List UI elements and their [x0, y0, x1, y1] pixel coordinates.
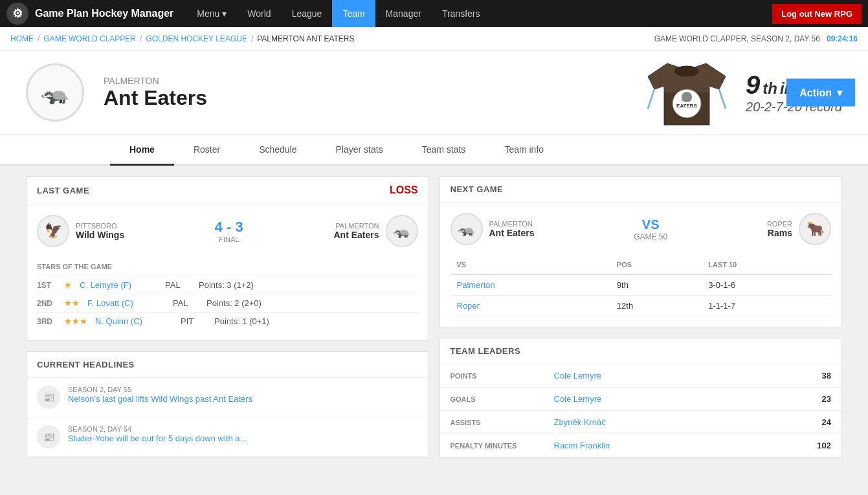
- headline-icon-1: 📰: [37, 386, 60, 409]
- headlines-header: CURRENT HEADLINES: [27, 352, 428, 378]
- last-game-title: LAST GAME: [37, 186, 89, 195]
- away-team-name: Wild Wings: [76, 230, 124, 240]
- top-navigation: ⚙ Game Plan Hockey Manager Menu ▾ World …: [0, 0, 868, 27]
- star-icon-1: ★: [64, 280, 72, 290]
- star-team-1: PAL: [165, 280, 191, 290]
- headline-item-2: 📰 SEASON 2, DAY 54 Sluder-Yohe will be o…: [27, 417, 428, 457]
- breadcrumb-bar: HOME / GAME WORLD CLAPPER / GOLDEN HOCKE…: [0, 27, 868, 50]
- tab-home[interactable]: Home: [110, 135, 174, 166]
- next-home-side: 🦡 PALMERTON Ant Eaters: [451, 213, 535, 245]
- star-team-2: PAL: [173, 298, 199, 308]
- nav-menu[interactable]: Menu ▾: [186, 0, 237, 27]
- next-game-card: NEXT GAME 🦡 PALMERTON Ant Eaters VS GAME…: [440, 176, 843, 327]
- star-name-3[interactable]: N. Quinn (C): [95, 316, 173, 326]
- headline-content-2: SEASON 2, DAY 54 Sluder-Yohe will be out…: [68, 425, 247, 445]
- star-name-2[interactable]: F. Lovatt (C): [87, 298, 165, 308]
- nav-team[interactable]: Team: [332, 0, 375, 27]
- headline-text-2[interactable]: Sluder-Yohe will be out for 5 days down …: [68, 433, 247, 445]
- col-last10: LAST 10: [702, 256, 831, 274]
- nav-transfers[interactable]: Transfers: [432, 0, 491, 27]
- star-pos-2: 2ND: [37, 299, 56, 308]
- nav-manager[interactable]: Manager: [375, 0, 432, 27]
- table-row: Roper 12th 1-1-1-7: [451, 296, 832, 316]
- vs-label: VS: [634, 217, 667, 232]
- star-row-3: 3RD ★★★ N. Quinn (C) PIT Points: 1 (0+1): [37, 312, 418, 330]
- leader-assists-player: Zbyněk Krnáč: [544, 411, 749, 434]
- team-rank-number: 9: [746, 71, 760, 100]
- headline-day-2: SEASON 2, DAY 54: [68, 425, 247, 433]
- session-info: GAME WORLD CLAPPER, SEASON 2, DAY 56 09:…: [654, 34, 858, 43]
- app-title: Game Plan Hockey Manager: [35, 8, 173, 19]
- tab-team-info[interactable]: Team info: [485, 135, 563, 166]
- breadcrumb-home[interactable]: HOME: [10, 34, 34, 43]
- star-name-1[interactable]: C. Lemyre (F): [80, 280, 157, 290]
- tab-team-stats[interactable]: Team stats: [403, 135, 485, 166]
- headline-icon-2: 📰: [37, 425, 60, 448]
- vs-team-link-1[interactable]: Palmerton: [457, 280, 495, 290]
- leaders-row-goals: GOALS Cole Lemyre 23: [440, 388, 842, 411]
- team-name: Ant Eaters: [104, 86, 726, 110]
- team-leaders-title: TEAM LEADERS: [451, 346, 521, 356]
- home-team-logo: 🦡: [386, 215, 418, 247]
- star-team-3: PIT: [181, 316, 206, 326]
- stat-goals: 23: [749, 388, 841, 411]
- player-name-pim[interactable]: Racim Franklin: [554, 441, 610, 450]
- category-goals: GOALS: [440, 388, 544, 411]
- score: 4 - 3: [215, 219, 243, 236]
- team-name-area: PALMERTON Ant Eaters: [104, 76, 726, 110]
- breadcrumb-game-world[interactable]: GAME WORLD CLAPPER: [43, 34, 136, 43]
- last-game-header: LAST GAME LOSS: [27, 177, 428, 204]
- last-game-card: LAST GAME LOSS 🦅 PITTSBORO Wild Wings 4 …: [26, 176, 429, 341]
- breadcrumb-league[interactable]: GOLDEN HOCKEY LEAGUE: [146, 34, 247, 43]
- right-column: NEXT GAME 🦡 PALMERTON Ant Eaters VS GAME…: [440, 176, 843, 457]
- next-home-team: Ant Eaters: [489, 228, 535, 238]
- chevron-down-icon: ▾: [222, 8, 227, 19]
- team-leaders-card: TEAM LEADERS POINTS Cole Lemyre 38 GOALS…: [440, 338, 843, 457]
- next-home-city: PALMERTON: [489, 220, 535, 228]
- player-name-points[interactable]: Cole Lemyre: [554, 371, 602, 380]
- tab-roster[interactable]: Roster: [174, 135, 239, 166]
- action-button[interactable]: Action ▾: [786, 79, 855, 107]
- headline-day-1: SEASON 2, DAY 55: [68, 386, 252, 393]
- tab-schedule[interactable]: Schedule: [239, 135, 316, 166]
- nav-league[interactable]: League: [282, 0, 333, 27]
- jersey-area: ANT EATERS: [635, 57, 739, 137]
- svg-line-7: [648, 89, 654, 109]
- team-city: PALMERTON: [104, 76, 726, 86]
- vs-last10-1: 3-0-1-6: [702, 274, 831, 296]
- star-pts-1: Points: 3 (1+2): [199, 280, 254, 290]
- next-away-city: ROPER: [767, 220, 792, 228]
- team-logo: 🦡: [26, 63, 84, 122]
- nav-world[interactable]: World: [237, 0, 281, 27]
- breadcrumb: HOME / GAME WORLD CLAPPER / GOLDEN HOCKE…: [10, 34, 355, 43]
- result-badge: LOSS: [390, 184, 418, 196]
- player-name-assists[interactable]: Zbyněk Krnáč: [554, 417, 606, 427]
- headline-text-1[interactable]: Nelson's last goal lifts Wild Wings past…: [68, 393, 252, 405]
- leaders-row-points: POINTS Cole Lemyre 38: [440, 364, 842, 388]
- session-timer: 09:24:16: [827, 34, 858, 43]
- away-city: PITTSBORO: [76, 222, 124, 230]
- next-away-info: ROPER Rams: [767, 220, 792, 238]
- score-center: 4 - 3 FINAL: [215, 219, 243, 243]
- next-home-info: PALMERTON Ant Eaters: [489, 220, 535, 238]
- breadcrumb-current: PALMERTON ANT EATERS: [257, 34, 354, 43]
- jersey-icon: ANT EATERS: [635, 57, 739, 135]
- team-rank-ordinal: th: [762, 80, 777, 98]
- stars-title: STARS OF THE GAME: [37, 263, 418, 270]
- player-name-goals[interactable]: Cole Lemyre: [554, 394, 602, 404]
- leaders-table: POINTS Cole Lemyre 38 GOALS Cole Lemyre …: [440, 364, 842, 457]
- logout-button[interactable]: Log out New RPG: [772, 4, 862, 24]
- next-home-logo: 🦡: [451, 213, 483, 245]
- category-pim: PENALTY MINUTES: [440, 434, 544, 457]
- next-game-table: VS POS LAST 10 Palmerton 9th 3-0-1-6 Rop…: [451, 256, 832, 316]
- vs-team-link-2[interactable]: Roper: [457, 301, 480, 311]
- team-header: 🦡 PALMERTON Ant Eaters 9th in GHL 20-2-7…: [0, 50, 868, 135]
- game-number: GAME 50: [634, 232, 667, 241]
- tab-player-stats[interactable]: Player stats: [317, 135, 403, 166]
- next-away-side: 🐂 ROPER Rams: [767, 213, 831, 245]
- chevron-down-icon: ▾: [837, 87, 842, 99]
- away-team-logo: 🦅: [37, 215, 69, 247]
- vs-pos-2: 12th: [610, 296, 702, 316]
- away-team-info: PITTSBORO Wild Wings: [76, 222, 124, 240]
- vs-team-2: Roper: [451, 296, 610, 316]
